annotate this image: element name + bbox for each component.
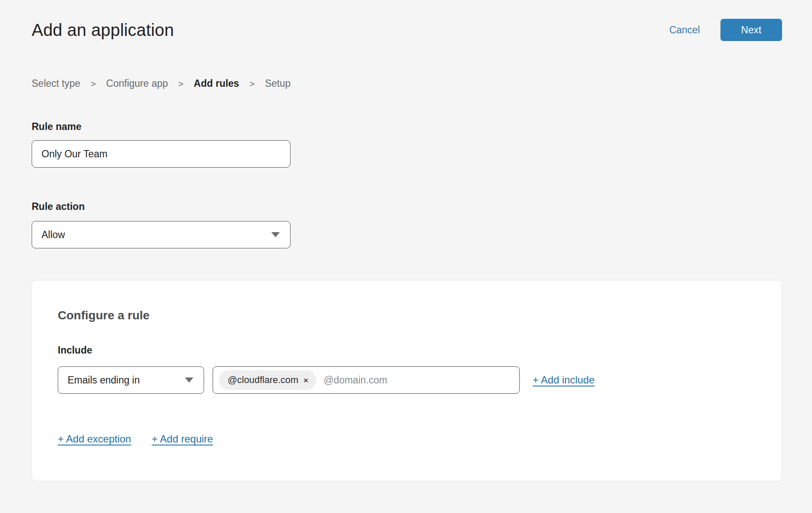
email-domain-text-input[interactable] [324, 374, 513, 386]
breadcrumb-separator: > [249, 79, 255, 89]
chevron-down-icon [185, 377, 193, 383]
rule-action-field: Rule action Allow [32, 201, 782, 248]
breadcrumb-separator: > [91, 79, 96, 89]
header-actions: Cancel Next [669, 19, 782, 41]
breadcrumb-separator: > [178, 79, 184, 89]
add-application-page: Add an application Cancel Next Select ty… [0, 0, 812, 481]
page-title: Add an application [32, 21, 174, 40]
rule-name-label: Rule name [32, 121, 81, 132]
configure-rule-title: Configure a rule [58, 309, 756, 322]
email-domains-input[interactable]: @cloudflare.com × [213, 366, 520, 394]
breadcrumb: Select type > Configure app > Add rules … [32, 78, 782, 89]
email-domain-chip-label: @cloudflare.com [228, 374, 298, 386]
cancel-button[interactable]: Cancel [669, 24, 700, 36]
email-domain-chip: @cloudflare.com × [219, 370, 316, 390]
include-criteria-selected-value: Emails ending in [68, 374, 140, 386]
configure-rule-card: Configure a rule Include Emails ending i… [32, 280, 782, 481]
include-label: Include [58, 345, 756, 356]
breadcrumb-step-configure-app[interactable]: Configure app [106, 78, 168, 89]
include-criteria-select[interactable]: Emails ending in [58, 366, 204, 394]
rule-action-select[interactable]: Allow [32, 221, 290, 248]
rule-extra-links: + Add exception + Add require [58, 433, 756, 445]
rule-name-input[interactable] [32, 140, 290, 168]
remove-chip-icon[interactable]: × [303, 376, 308, 384]
include-rule-row: Emails ending in @cloudflare.com × + Add… [58, 366, 756, 394]
chevron-down-icon [271, 232, 280, 237]
add-require-link[interactable]: + Add require [151, 433, 213, 445]
add-exception-link[interactable]: + Add exception [58, 433, 131, 445]
breadcrumb-step-add-rules[interactable]: Add rules [194, 78, 239, 89]
breadcrumb-step-setup[interactable]: Setup [265, 78, 290, 89]
page-header: Add an application Cancel Next [32, 19, 782, 41]
next-button[interactable]: Next [720, 19, 782, 41]
add-include-link[interactable]: + Add include [533, 374, 595, 386]
rule-action-selected-value: Allow [41, 229, 65, 241]
breadcrumb-step-select-type[interactable]: Select type [32, 78, 80, 89]
rule-action-label: Rule action [32, 201, 85, 212]
rule-name-field: Rule name [32, 121, 782, 168]
